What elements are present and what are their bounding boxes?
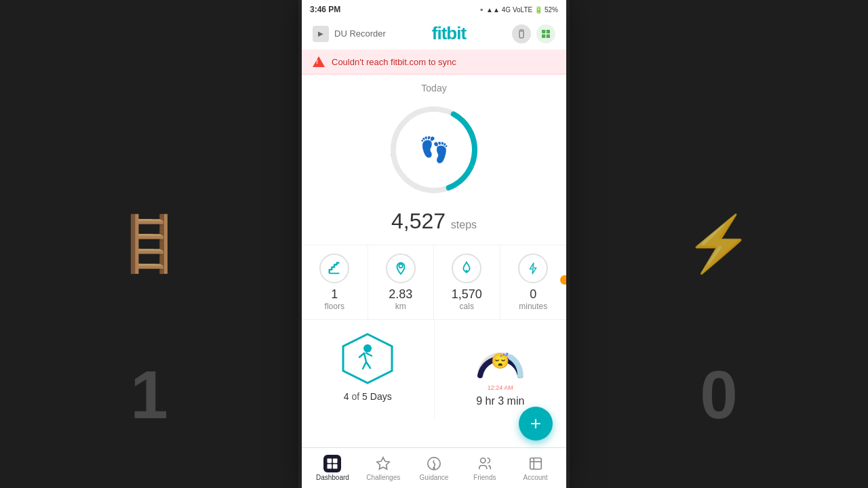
stat-calories[interactable]: 1,570 cals (434, 245, 500, 319)
active-days-shape (340, 331, 395, 386)
svg-rect-14 (333, 464, 338, 469)
status-icons: ⚬ ▲▲ 4G VoLTE 🔋 52% (479, 6, 558, 14)
steps-icon-inner: 👣 (419, 136, 450, 164)
friends-icon (476, 455, 494, 472)
challenges-label: Challenges (366, 474, 400, 481)
steps-unit: steps (451, 219, 477, 230)
background-left: 🪜 1 (0, 0, 298, 488)
minutes-value: 0 (530, 287, 536, 302)
device-icon[interactable] (512, 24, 531, 43)
steps-circle[interactable]: 👣 (383, 99, 485, 201)
active-days-card[interactable]: 4 of 5 Days (302, 321, 434, 418)
bottom-nav: Dashboard Challenges Guidance (302, 447, 566, 488)
svg-point-17 (433, 468, 435, 469)
fitbit-logo: fitbit (432, 23, 466, 44)
sleep-hours: 9 (476, 395, 482, 407)
svg-rect-2 (542, 30, 545, 33)
nav-challenges[interactable]: Challenges (358, 452, 409, 484)
footsteps-icon: 👣 (419, 136, 450, 164)
bg-bolt-icon: ⚡ (685, 212, 753, 276)
bg-right-number: 0 (700, 356, 738, 434)
bluetooth-icon: ⚬ (479, 6, 484, 14)
floors-unit: floors (325, 302, 344, 311)
minutes-unit: minutes (519, 302, 547, 311)
floors-value: 1 (331, 287, 338, 302)
challenges-icon (374, 455, 392, 472)
distance-value: 2.83 (389, 287, 412, 302)
nav-account[interactable]: Account (510, 452, 561, 484)
svg-rect-13 (328, 464, 332, 469)
stat-minutes[interactable]: 0 minutes (500, 245, 567, 319)
status-time: 3:46 PM (310, 5, 340, 14)
guidance-label: Guidance (420, 474, 449, 481)
dashboard-label: Dashboard (316, 474, 349, 481)
stat-floors[interactable]: 1 floors (302, 245, 368, 319)
bg-stairs-icon: 🪜 (115, 212, 183, 276)
floors-icon-circle (319, 253, 349, 283)
svg-rect-12 (333, 459, 338, 464)
sleep-card[interactable]: 😴 12:24 AM 9 hr 3 min (435, 321, 567, 418)
nav-friends[interactable]: Friends (459, 452, 510, 484)
today-label: Today (421, 83, 446, 94)
calories-unit: cals (460, 302, 474, 311)
active-minutes-icon-circle (518, 253, 548, 283)
cards-grid: 4 of 5 Days 😴 12:24 AM (302, 321, 566, 418)
sleep-unit: min (507, 395, 525, 407)
distance-icon-circle (386, 253, 416, 283)
active-days-value: 4 (344, 391, 349, 402)
error-banner: Couldn't reach fitbit.com to sync (302, 49, 566, 75)
status-bar: 3:46 PM ⚬ ▲▲ 4G VoLTE 🔋 52% (302, 0, 566, 19)
svg-rect-19 (530, 458, 541, 470)
distance-unit: km (395, 302, 406, 311)
active-days-count: 4 of 5 Days (344, 391, 392, 402)
dashboard-icon (323, 455, 341, 472)
error-message: Couldn't reach fitbit.com to sync (332, 57, 456, 67)
bg-left-number: 1 (130, 356, 168, 434)
battery-icon: 🔋 52% (534, 6, 558, 14)
svg-rect-11 (328, 459, 332, 464)
signal-icon: ▲▲ (486, 6, 500, 14)
stats-grid: 1 floors 2.83 km (302, 245, 566, 320)
calories-value: 1,570 (452, 287, 482, 302)
sleep-face-icon: 😴 (491, 352, 509, 370)
header-right (512, 24, 555, 43)
svg-rect-4 (542, 34, 545, 37)
du-recorder-icon: ▶ (313, 26, 329, 42)
network-label: 4G VoLTE (502, 6, 532, 14)
add-fab-button[interactable]: + (519, 407, 553, 441)
svg-rect-5 (547, 34, 550, 37)
account-icon (527, 455, 545, 472)
error-triangle-icon (313, 56, 325, 67)
steps-count-display: 4,527 steps (391, 209, 477, 234)
header-left: ▶ DU Recorder (313, 26, 386, 42)
nav-guidance[interactable]: Guidance (409, 452, 460, 484)
sleep-duration: 9 hr 3 min (476, 395, 524, 407)
sleep-time-label: 12:24 AM (488, 384, 513, 391)
du-recorder-label: DU Recorder (334, 28, 386, 39)
phone-frame: 3:46 PM ⚬ ▲▲ 4G VoLTE 🔋 52% ▶ DU Recorde… (302, 0, 566, 488)
svg-marker-15 (377, 458, 389, 469)
guidance-icon (425, 455, 443, 472)
svg-rect-3 (547, 30, 550, 33)
notification-dot (560, 275, 566, 285)
calories-icon-circle (452, 253, 481, 283)
steps-area: ‹ 👣 (383, 99, 485, 209)
stat-distance[interactable]: 2.83 km (368, 245, 435, 319)
sync-icon[interactable] (536, 24, 555, 43)
friends-label: Friends (473, 474, 496, 481)
steps-value: 4,527 (391, 209, 446, 233)
svg-point-10 (363, 344, 372, 352)
account-label: Account (524, 474, 548, 481)
nav-dashboard[interactable]: Dashboard (307, 452, 358, 484)
app-header: ▶ DU Recorder fitbit (302, 19, 566, 49)
background-right: ⚡ 0 (570, 0, 868, 488)
svg-marker-9 (343, 334, 392, 383)
sleep-minutes: 3 (498, 395, 504, 407)
sleep-gauge: 😴 12:24 AM (470, 331, 531, 392)
svg-point-18 (480, 458, 485, 463)
svg-point-8 (399, 264, 403, 268)
steps-section: Today ‹ 👣 4,527 steps (302, 75, 566, 245)
